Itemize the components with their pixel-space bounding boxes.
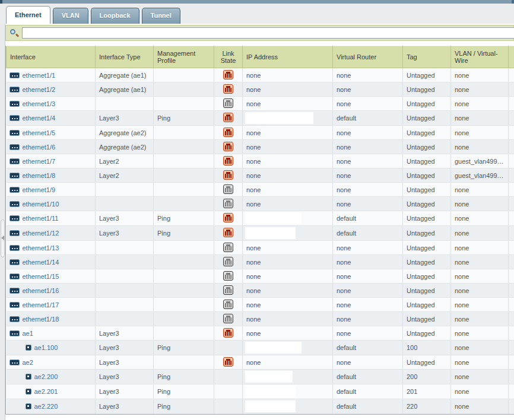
table-row[interactable]: ethernet1/1Aggregate (ae1)nonenoneUntagg…	[7, 68, 514, 82]
interface-name-link[interactable]: ethernet1/6	[23, 144, 56, 151]
column-header-interface-type[interactable]: Interface Type	[96, 46, 154, 68]
link-state-gray-icon	[223, 257, 233, 266]
filter-search-input[interactable]	[22, 27, 514, 39]
tab-tunnel[interactable]: Tunnel	[142, 8, 180, 24]
splitter-collapse-handle[interactable]	[1, 219, 5, 257]
interface-name-link[interactable]: ethernet1/13	[23, 244, 59, 252]
interface-name-link[interactable]: ethernet1/10	[23, 201, 59, 208]
tag-cell: Untagged	[403, 355, 451, 370]
link-state-cell	[214, 68, 243, 82]
interface-name-link[interactable]: ethernet1/17	[23, 301, 59, 308]
table-row[interactable]: ethernet1/11Layer3PingdefaultUntaggednon…	[7, 211, 514, 226]
tab-loopback[interactable]: Loopback	[91, 8, 139, 24]
interface-name-link[interactable]: ethernet1/15	[23, 273, 59, 280]
table-row[interactable]: ethernet1/18nonenoneUntaggednone	[7, 312, 514, 326]
filter-toolbar	[5, 25, 514, 41]
interface-type-cell: Layer3	[96, 399, 154, 414]
interface-name-link[interactable]: ae1.100	[34, 344, 58, 351]
column-header-virtual-router[interactable]: Virtual Router	[333, 46, 403, 68]
column-header-link-state[interactable]: Link State	[214, 46, 243, 68]
link-state-gray-icon	[223, 199, 233, 208]
table-row[interactable]: ethernet1/17nonenoneUntaggednone	[7, 298, 514, 312]
ethernet-port-icon	[9, 230, 20, 236]
interface-name-link[interactable]: ae2.201	[34, 388, 58, 395]
table-row[interactable]: ethernet1/16nonenoneUntaggednone	[7, 284, 514, 298]
table-row[interactable]: ae1Layer3nonenoneUntaggednone	[7, 326, 514, 341]
interface-name-link[interactable]: ae2.220	[34, 403, 58, 410]
table-row[interactable]: ethernet1/4Layer3PingdefaultUntaggednone	[7, 111, 514, 126]
interface-name-link[interactable]: ethernet1/1	[23, 72, 56, 79]
interface-name-link[interactable]: ethernet1/18	[23, 316, 59, 323]
link-state-cell	[214, 82, 243, 97]
interface-name-link[interactable]: ethernet1/5	[23, 129, 56, 136]
interface-name-link[interactable]: ethernet1/11	[23, 215, 59, 222]
table-row[interactable]: ae1.100Layer3Pingdefault100none	[7, 341, 514, 355]
interface-name-link[interactable]: ethernet1/7	[23, 158, 56, 165]
interface-name-link[interactable]: ethernet1/3	[23, 100, 56, 107]
table-row[interactable]: ae2.201Layer3Pingdefault201none	[7, 384, 514, 399]
ethernet-port-icon	[9, 259, 20, 265]
table-row[interactable]: ethernet1/10nonenoneUntaggednone	[7, 197, 514, 211]
interface-name-link[interactable]: ethernet1/9	[23, 186, 56, 193]
link-state-cell	[214, 140, 243, 154]
interface-name-link[interactable]: ae1	[23, 330, 33, 337]
column-header-management-profile[interactable]: Management Profile	[154, 46, 214, 68]
ethernet-port-icon	[9, 72, 20, 78]
table-row[interactable]: ethernet1/7Layer2nonenoneUntaggedguest_v…	[7, 154, 514, 168]
sliver-cell	[509, 111, 514, 126]
table-row[interactable]: ethernet1/2Aggregate (ae1)nonenoneUntagg…	[7, 82, 514, 97]
interface-type-cell	[96, 255, 154, 269]
table-row[interactable]: ethernet1/3nonenoneUntaggednone	[7, 97, 514, 111]
interface-name-link[interactable]: ethernet1/12	[23, 230, 59, 237]
interface-name-link[interactable]: ae2	[23, 359, 33, 366]
tag-cell: Untagged	[403, 140, 451, 154]
interface-type-cell: Layer3	[96, 326, 154, 341]
interface-name-link[interactable]: ae2.200	[34, 373, 58, 380]
column-header-vlan-virtual-wire[interactable]: VLAN / Virtual-Wire	[451, 46, 509, 68]
interface-cell: ethernet1/13	[7, 241, 96, 255]
table-row[interactable]: ae2.200Layer3Pingdefault200none	[7, 370, 514, 384]
ip-address-cell: none	[243, 68, 333, 82]
left-panel-splitter[interactable]	[0, 24, 5, 420]
table-row[interactable]: ae2.220Layer3Pingdefault220none	[7, 399, 514, 414]
link-state-cell	[214, 384, 243, 399]
interface-name-link[interactable]: ethernet1/4	[23, 114, 56, 122]
sliver-cell	[509, 126, 514, 140]
interface-name-link[interactable]: ethernet1/16	[23, 287, 59, 294]
virtual-router-cell: none	[333, 284, 403, 298]
interface-name-link[interactable]: ethernet1/14	[23, 259, 59, 266]
interface-name-link[interactable]: ethernet1/2	[23, 86, 56, 93]
table-row[interactable]: ethernet1/9nonenoneUntaggednone	[7, 183, 514, 197]
sliver-cell	[509, 154, 514, 168]
link-state-cell	[214, 341, 243, 355]
interface-name-link[interactable]: ethernet1/8	[23, 172, 56, 179]
vlan-virtual-wire-cell: none	[451, 183, 509, 197]
column-header-tag[interactable]: Tag	[403, 46, 451, 68]
subinterface-icon	[26, 389, 31, 394]
table-row[interactable]: ae2Layer3nonenoneUntaggednone	[7, 355, 514, 370]
table-row[interactable]: ethernet1/8Layer2nonenoneUntaggedguest_v…	[7, 168, 514, 183]
table-row[interactable]: ethernet1/6Aggregate (ae2)nonenoneUntagg…	[7, 140, 514, 154]
interface-type-cell	[96, 97, 154, 111]
vlan-virtual-wire-cell: none	[451, 284, 509, 298]
ip-address-cell	[243, 370, 333, 384]
ip-address-cell: none	[243, 284, 333, 298]
sliver-cell	[509, 341, 514, 355]
table-row[interactable]: ethernet1/14nonenoneUntaggednone	[7, 255, 514, 269]
table-row[interactable]: ethernet1/15nonenoneUntaggednone	[7, 269, 514, 284]
tab-ethernet[interactable]: Ethernet	[6, 6, 50, 24]
link-state-cell	[214, 284, 243, 298]
table-row[interactable]: ethernet1/12Layer3PingdefaultUntaggednon…	[7, 226, 514, 241]
ethernet-port-icon	[9, 359, 20, 365]
column-header-ip-address[interactable]: IP Address	[243, 46, 333, 68]
tab-vlan[interactable]: VLAN	[53, 8, 88, 24]
table-row[interactable]: ethernet1/5Aggregate (ae2)nonenoneUntagg…	[7, 126, 514, 140]
column-header-interface[interactable]: Interface	[7, 46, 96, 68]
virtual-router-cell: none	[333, 168, 403, 183]
redacted-ip-box	[245, 400, 296, 412]
sliver-cell	[509, 140, 514, 154]
table-row[interactable]: ethernet1/13nonenoneUntaggednone	[7, 241, 514, 255]
ip-address-cell	[243, 226, 333, 241]
ethernet-port-icon	[9, 144, 20, 150]
sliver-cell	[509, 241, 514, 255]
